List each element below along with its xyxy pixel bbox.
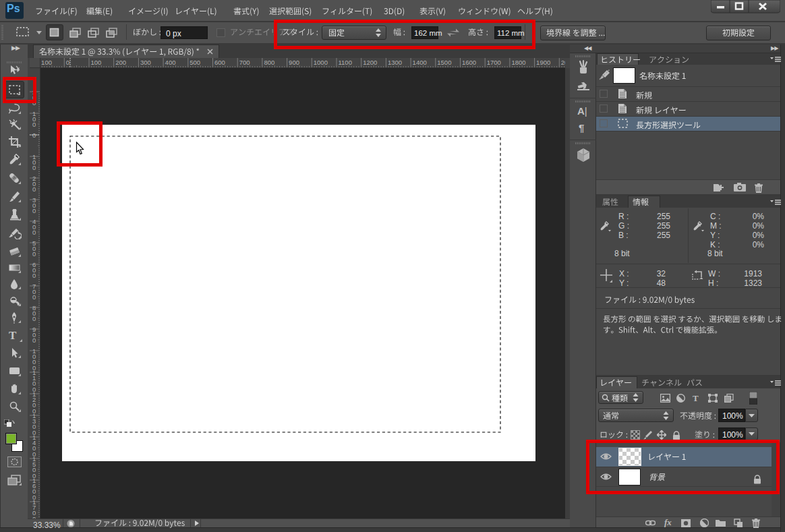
svg-text:0: 0: [32, 293, 36, 301]
svg-text:1200: 1200: [363, 59, 377, 66]
svg-text:500: 500: [190, 59, 200, 66]
svg-text:900: 900: [289, 59, 299, 66]
svg-text:200: 200: [115, 59, 126, 66]
svg-text:600: 600: [214, 59, 225, 66]
svg-text:0: 0: [32, 229, 36, 236]
svg-text:2000: 2000: [561, 59, 565, 66]
svg-text:100: 100: [91, 59, 102, 66]
svg-text:1800: 1800: [511, 59, 525, 66]
svg-text:100: 100: [41, 59, 52, 66]
svg-text:0: 0: [66, 59, 69, 66]
svg-text:800: 800: [264, 59, 274, 66]
svg-text:0: 0: [32, 515, 36, 519]
svg-text:0: 0: [32, 336, 36, 344]
svg-text:0: 0: [32, 164, 36, 171]
svg-text:0: 0: [32, 315, 36, 322]
svg-text:700: 700: [239, 59, 250, 66]
svg-text:1700: 1700: [487, 59, 501, 66]
svg-text:1100: 1100: [339, 59, 352, 66]
svg-text:0: 0: [32, 272, 36, 279]
svg-text:1000: 1000: [314, 59, 328, 66]
svg-text:1900: 1900: [536, 59, 550, 66]
svg-text:0: 0: [32, 121, 36, 128]
svg-text:1500: 1500: [437, 59, 451, 66]
svg-text:1400: 1400: [413, 59, 427, 66]
svg-text:400: 400: [165, 59, 176, 66]
svg-text:0: 0: [32, 250, 36, 258]
svg-text:1600: 1600: [462, 59, 476, 66]
svg-text:1300: 1300: [388, 59, 402, 66]
svg-text:0: 0: [32, 185, 36, 193]
svg-text:0: 0: [32, 207, 36, 214]
svg-text:300: 300: [140, 59, 151, 66]
